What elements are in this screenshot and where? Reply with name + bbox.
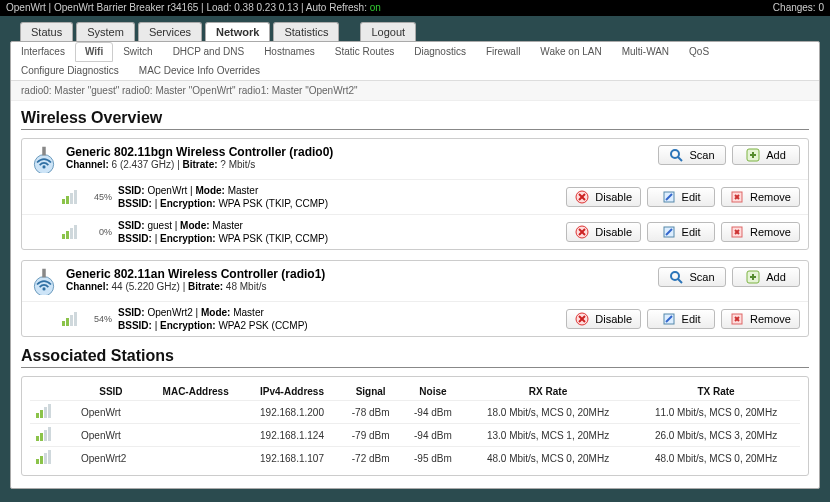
add-icon (746, 148, 760, 162)
scan-button[interactable]: Scan (658, 145, 726, 165)
cell-ip: 192.168.1.200 (245, 401, 340, 424)
changes-count[interactable]: Changes: 0 (773, 0, 824, 16)
cell-mac (147, 447, 245, 470)
subnav-configure-diagnostics[interactable]: Configure Diagnostics (11, 61, 129, 80)
subnav-multi-wan[interactable]: Multi-WAN (612, 42, 679, 61)
remove-icon (730, 225, 744, 239)
cell-ip: 192.168.1.124 (245, 424, 340, 447)
subnav-wake-on-lan[interactable]: Wake on LAN (530, 42, 611, 61)
add-button[interactable]: Add (732, 267, 800, 287)
network-info: SSID: OpenWrt2 | Mode: MasterBSSID: | En… (118, 306, 566, 332)
remove-button[interactable]: Remove (721, 187, 800, 207)
subnav-static-routes[interactable]: Static Routes (325, 42, 404, 61)
sub-nav: InterfacesWifiSwitchDHCP and DNSHostname… (11, 42, 819, 81)
main-tabs: StatusSystemServicesNetworkStatisticsLog… (20, 22, 820, 41)
signal-bars-icon (62, 225, 82, 239)
edit-button[interactable]: Edit (647, 309, 715, 329)
col-header: Noise (402, 383, 464, 401)
cell-ssid: OpenWrt (75, 401, 147, 424)
disable-icon (575, 312, 589, 326)
remove-button[interactable]: Remove (721, 309, 800, 329)
tab-services[interactable]: Services (138, 22, 202, 41)
network-info: SSID: guest | Mode: MasterBSSID: | Encry… (118, 219, 566, 245)
wifi-controller-icon (30, 145, 58, 173)
radio-title: Generic 802.11bgn Wireless Controller (r… (66, 145, 333, 159)
cell-signal: -78 dBm (340, 401, 402, 424)
signal-bars-icon (36, 404, 56, 418)
cell-signal: -79 dBm (340, 424, 402, 447)
search-icon (669, 270, 683, 284)
col-header: Signal (340, 383, 402, 401)
radio-meta: Channel: 44 (5.220 GHz) | Bitrate: 48 Mb… (66, 281, 325, 292)
subnav-diagnostics[interactable]: Diagnostics (404, 42, 476, 61)
wireless-overview-heading: Wireless Overview (21, 109, 809, 130)
scan-button[interactable]: Scan (658, 267, 726, 287)
add-icon (746, 270, 760, 284)
subnav-hostnames[interactable]: Hostnames (254, 42, 325, 61)
col-header: SSID (75, 383, 147, 401)
signal-bars-icon (36, 427, 56, 441)
subnav-wifi[interactable]: Wifi (75, 42, 113, 62)
cell-ssid: OpenWrt2 (75, 447, 147, 470)
cell-mac (147, 401, 245, 424)
cell-tx: 48.0 Mbit/s, MCS 0, 20MHz (632, 447, 800, 470)
tab-system[interactable]: System (76, 22, 135, 41)
tab-statistics[interactable]: Statistics (273, 22, 339, 41)
autorefresh-state[interactable]: on (370, 2, 381, 13)
signal-bars-icon (62, 312, 82, 326)
radio-title: Generic 802.11an Wireless Controller (ra… (66, 267, 325, 281)
remove-icon (730, 312, 744, 326)
remove-icon (730, 190, 744, 204)
signal-percent: 0% (86, 227, 112, 237)
signal-bars-icon (36, 450, 56, 464)
subnav-mac-device-info-overrides[interactable]: MAC Device Info Overrides (129, 61, 270, 80)
col-header (30, 383, 75, 401)
radio-summary-bar: radio0: Master "guest" radio0: Master "O… (11, 81, 819, 101)
subnav-switch[interactable]: Switch (113, 42, 162, 61)
col-header: TX Rate (632, 383, 800, 401)
radio-card-0: Generic 802.11bgn Wireless Controller (r… (21, 138, 809, 250)
col-header: IPv4-Address (245, 383, 340, 401)
disable-icon (575, 225, 589, 239)
tab-logout[interactable]: Logout (360, 22, 416, 41)
signal-bars-icon (62, 190, 82, 204)
network-row: 54% SSID: OpenWrt2 | Mode: MasterBSSID: … (22, 301, 808, 336)
disable-button[interactable]: Disable (566, 222, 641, 242)
edit-button[interactable]: Edit (647, 222, 715, 242)
network-row: 0% SSID: guest | Mode: MasterBSSID: | En… (22, 214, 808, 249)
remove-button[interactable]: Remove (721, 222, 800, 242)
tab-status[interactable]: Status (20, 22, 73, 41)
cell-ip: 192.168.1.107 (245, 447, 340, 470)
col-header: MAC-Address (147, 383, 245, 401)
cell-signal: -72 dBm (340, 447, 402, 470)
associated-stations-table: SSIDMAC-AddressIPv4-AddressSignalNoiseRX… (30, 383, 800, 469)
station-row: OpenWrt 192.168.1.200 -78 dBm -94 dBm 18… (30, 401, 800, 424)
cell-mac (147, 424, 245, 447)
subnav-interfaces[interactable]: Interfaces (11, 42, 75, 61)
col-header: RX Rate (464, 383, 632, 401)
station-row: OpenWrt2 192.168.1.107 -72 dBm -95 dBm 4… (30, 447, 800, 470)
signal-percent: 54% (86, 314, 112, 324)
search-icon (669, 148, 683, 162)
tab-network[interactable]: Network (205, 22, 270, 41)
subnav-firewall[interactable]: Firewall (476, 42, 530, 61)
associated-stations-heading: Associated Stations (21, 347, 809, 368)
signal-percent: 45% (86, 192, 112, 202)
cell-ssid: OpenWrt (75, 424, 147, 447)
radio-meta: Channel: 6 (2.437 GHz) | Bitrate: ? Mbit… (66, 159, 333, 170)
wifi-controller-icon (30, 267, 58, 295)
cell-tx: 26.0 Mbit/s, MCS 3, 20MHz (632, 424, 800, 447)
edit-button[interactable]: Edit (647, 187, 715, 207)
disable-icon (575, 190, 589, 204)
top-status-bar: OpenWrt | OpenWrt Barrier Breaker r34165… (0, 0, 830, 16)
cell-noise: -94 dBm (402, 424, 464, 447)
subnav-qos[interactable]: QoS (679, 42, 719, 61)
edit-icon (662, 190, 676, 204)
cell-noise: -95 dBm (402, 447, 464, 470)
disable-button[interactable]: Disable (566, 309, 641, 329)
edit-icon (662, 225, 676, 239)
add-button[interactable]: Add (732, 145, 800, 165)
disable-button[interactable]: Disable (566, 187, 641, 207)
subnav-dhcp-and-dns[interactable]: DHCP and DNS (163, 42, 255, 61)
station-row: OpenWrt 192.168.1.124 -79 dBm -94 dBm 13… (30, 424, 800, 447)
